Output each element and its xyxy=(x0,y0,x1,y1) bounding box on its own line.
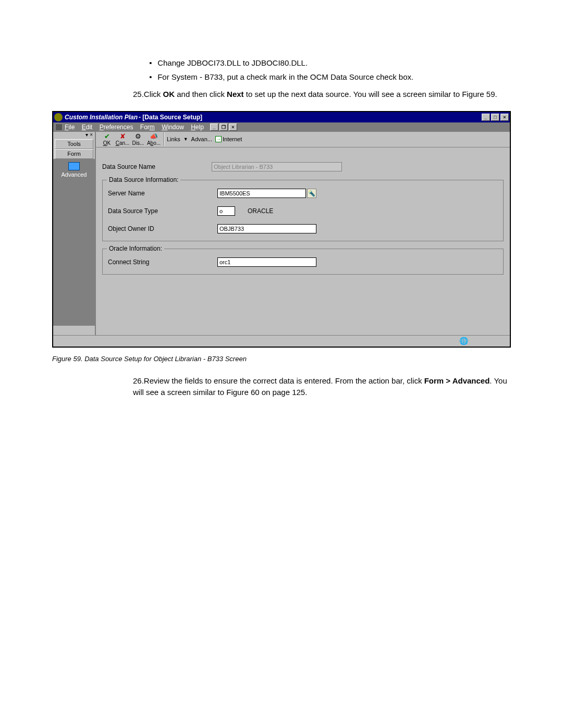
toolbar: ✔ OK ✘ Can... ⚙ Dis... 📣 xyxy=(96,132,510,147)
step-number: 25. xyxy=(133,90,144,98)
minimize-button[interactable]: _ xyxy=(482,114,490,121)
menu-preferences[interactable]: Preferences xyxy=(100,124,133,131)
globe-icon: 🌐 xyxy=(459,337,468,345)
toolbar-divider xyxy=(164,132,165,146)
next-label: Next xyxy=(227,90,244,98)
bullet-dot: • xyxy=(146,57,155,68)
tab-tools[interactable]: Tools xyxy=(55,139,93,149)
window-title-plain: - [Data Source Setup] xyxy=(139,114,202,121)
menu-window[interactable]: Window xyxy=(162,124,184,131)
figure-caption: Figure 59. Data Source Setup for Object … xyxy=(52,355,511,363)
internet-icon: → xyxy=(215,136,222,142)
advanced-label[interactable]: Advanced xyxy=(53,171,95,178)
data-source-type-name: ORACLE xyxy=(248,207,273,215)
bullet-text: For System - B733, put a check mark in t… xyxy=(157,72,413,81)
app-window: Custom Installation Plan - [Data Source … xyxy=(52,111,511,348)
toolbar-links[interactable]: Links xyxy=(167,136,180,142)
menu-help[interactable]: Help xyxy=(191,124,204,131)
server-name-label: Server Name xyxy=(108,190,217,197)
data-source-type-label: Data Source Type xyxy=(108,207,217,215)
server-name-field[interactable] xyxy=(217,189,306,198)
bullet-item: • Change JDBOCI73.DLL to JDBOCI80.DLL. xyxy=(146,57,511,68)
menu-bar: File Edit Preferences Form Window Help _… xyxy=(53,122,510,132)
left-tab-rail: ▾ × Tools Form Advanced xyxy=(53,132,96,335)
toolbar-ok[interactable]: ✔ OK xyxy=(99,133,115,146)
step-text: and then click xyxy=(175,90,227,98)
toolbar-advan[interactable]: Advan... xyxy=(191,136,212,142)
data-source-info-group: Data Source Information: Server Name 🔦 D… xyxy=(102,180,504,241)
display-icon: ⚙ xyxy=(130,133,146,140)
dsn-label: Data Source Name xyxy=(102,163,212,170)
data-source-type-code-field[interactable] xyxy=(217,206,235,216)
advanced-icon[interactable] xyxy=(68,162,80,170)
mdi-minimize-button[interactable]: _ xyxy=(210,124,218,131)
figure-59: Custom Installation Plan - [Data Source … xyxy=(52,111,511,363)
mdi-close-button[interactable]: × xyxy=(229,124,237,131)
bullet-dot: • xyxy=(146,71,155,82)
bullet-list: • Change JDBOCI73.DLL to JDBOCI80.DLL. •… xyxy=(146,57,511,82)
step-number: 26. xyxy=(133,376,144,385)
window-title-italic: Custom Installation Plan xyxy=(65,114,138,121)
bullet-text: Change JDBOCI73.DLL to JDBOCI80.DLL. xyxy=(157,58,308,67)
rail-close-controls[interactable]: ▾ × xyxy=(53,132,95,139)
ok-label: OK xyxy=(163,90,175,98)
connect-string-field[interactable] xyxy=(217,257,316,267)
toolbar-display[interactable]: ⚙ Dis... xyxy=(130,133,146,146)
right-pane: ✔ OK ✘ Can... ⚙ Dis... 📣 xyxy=(96,132,510,335)
doc-icon xyxy=(55,124,63,131)
step-text: Review the fields to ensure the correct … xyxy=(144,376,424,385)
connect-string-label: Connect String xyxy=(108,258,217,266)
check-icon: ✔ xyxy=(99,133,115,140)
maximize-button[interactable]: □ xyxy=(491,114,499,121)
step-text: Click xyxy=(144,90,163,98)
form-content: Data Source Name Data Source Information… xyxy=(96,147,510,308)
toolbar-about[interactable]: 📣 Abo... xyxy=(146,133,162,146)
bullet-item: • For System - B733, put a check mark in… xyxy=(146,71,511,82)
oracle-info-group: Oracle Information: Connect String xyxy=(102,249,504,275)
toolbar-cancel[interactable]: ✘ Can... xyxy=(115,133,130,146)
form-advanced-label: Form > Advanced xyxy=(424,376,490,385)
about-icon: 📣 xyxy=(146,133,162,140)
object-owner-label: Object Owner ID xyxy=(108,225,217,232)
x-icon: ✘ xyxy=(115,133,130,140)
status-bar: 🌐 xyxy=(53,335,510,347)
close-button[interactable]: × xyxy=(500,114,509,121)
group-legend: Data Source Information: xyxy=(107,176,180,183)
group-legend: Oracle Information: xyxy=(107,245,164,252)
menu-edit[interactable]: Edit xyxy=(82,124,93,131)
flashlight-icon[interactable]: 🔦 xyxy=(307,189,316,198)
menu-form[interactable]: Form xyxy=(140,124,155,131)
app-icon xyxy=(54,113,63,121)
chevron-down-icon[interactable]: ▼ xyxy=(183,137,188,142)
object-owner-field[interactable] xyxy=(217,224,316,233)
step-25: 25.Click OK and then click Next to set u… xyxy=(133,89,511,101)
step-26: 26.Review the fields to ensure the corre… xyxy=(133,375,511,399)
advanced-panel: Advanced xyxy=(53,159,95,326)
toolbar-internet[interactable]: Internet xyxy=(223,136,242,142)
dsn-field xyxy=(212,162,342,171)
tab-form[interactable]: Form xyxy=(55,149,93,159)
step-text: to set up the next data source. You will… xyxy=(244,90,497,98)
mdi-restore-button[interactable]: ❐ xyxy=(219,124,228,131)
menu-file[interactable]: File xyxy=(65,124,75,131)
title-bar[interactable]: Custom Installation Plan - [Data Source … xyxy=(53,112,510,122)
